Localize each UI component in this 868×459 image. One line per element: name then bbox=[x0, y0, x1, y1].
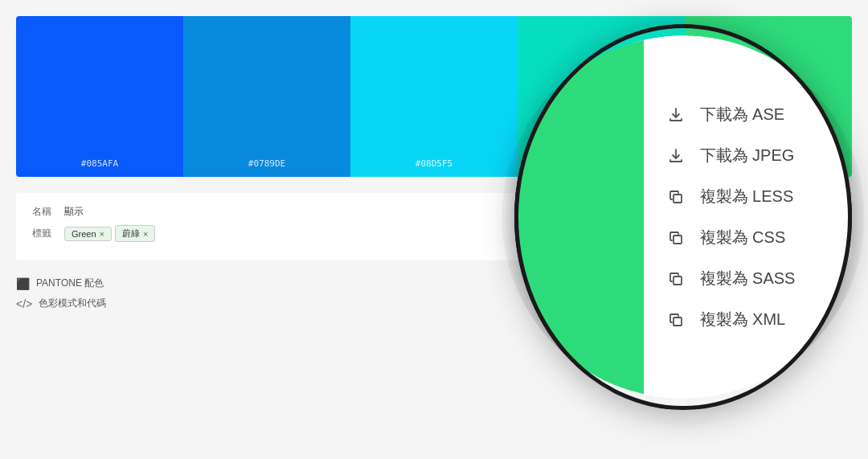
menu-label-1: 下載為 JPEG bbox=[700, 145, 795, 166]
pantone-icon: ⬛ bbox=[16, 277, 30, 290]
menu-label-0: 下載為 ASE bbox=[700, 104, 785, 125]
copy-sass-icon bbox=[668, 271, 687, 287]
name-label: 名稱 bbox=[32, 205, 64, 219]
copy-xml-icon bbox=[668, 312, 687, 328]
tag-green-label: Green bbox=[72, 229, 96, 239]
swatch-label-3: #08D5F5 bbox=[416, 158, 452, 169]
color-code-label: 色彩模式和代碼 bbox=[39, 297, 106, 310]
menu-item-2[interactable]: 複製為 LESS bbox=[668, 176, 825, 217]
menu-label-5: 複製為 XML bbox=[700, 309, 786, 330]
download-jpeg-icon bbox=[668, 148, 687, 164]
color-code-icon: </> bbox=[16, 297, 32, 310]
tags-label: 標籤 bbox=[32, 227, 64, 240]
tag-green[interactable]: Green × bbox=[64, 227, 112, 241]
svg-rect-3 bbox=[674, 318, 682, 326]
tag-blue-green-label: 蔚綠 bbox=[122, 227, 140, 240]
copy-less-icon bbox=[668, 189, 687, 205]
menu-label-3: 複製為 CSS bbox=[700, 227, 786, 248]
copy-css-icon bbox=[668, 230, 687, 246]
swatch-label-2: #0789DE bbox=[248, 158, 285, 169]
menu-item-3[interactable]: 複製為 CSS bbox=[668, 217, 825, 258]
svg-rect-1 bbox=[674, 236, 682, 244]
svg-rect-0 bbox=[674, 195, 682, 203]
menu-item-1[interactable]: 下載為 JPEG bbox=[668, 135, 825, 176]
swatch-3: #08D5F5 bbox=[350, 16, 518, 177]
swatch-label-1: #085AFA bbox=[81, 158, 118, 169]
tag-blue-green-remove[interactable]: × bbox=[143, 229, 148, 239]
swatch-1: #085AFA bbox=[16, 16, 183, 177]
name-value: 顯示 bbox=[64, 205, 84, 219]
pantone-label: PANTONE 配色 bbox=[36, 277, 104, 290]
tag-green-remove[interactable]: × bbox=[100, 229, 104, 239]
menu-label-2: 複製為 LESS bbox=[700, 186, 794, 207]
swatch-2: #0789DE bbox=[183, 16, 350, 177]
menu-item-0[interactable]: 下載為 ASE bbox=[668, 94, 825, 135]
menu-item-5[interactable]: 複製為 XML bbox=[668, 299, 825, 340]
svg-rect-2 bbox=[674, 277, 682, 285]
menu-label-4: 複製為 SASS bbox=[700, 268, 796, 289]
menu-item-4[interactable]: 複製為 SASS bbox=[668, 258, 825, 299]
download-ase-icon bbox=[668, 107, 687, 123]
dropdown-circle: 下載為 ASE 下載為 JPEG 複製為 LESS 複製為 CSS 複製為 SA… bbox=[514, 24, 852, 410]
tag-blue-green[interactable]: 蔚綠 × bbox=[115, 225, 155, 242]
